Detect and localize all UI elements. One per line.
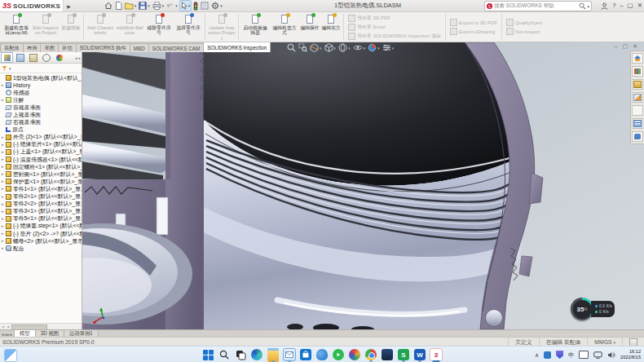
start-button[interactable] bbox=[200, 348, 216, 361]
tree-item[interactable]: ▸零件2<1> (默认<<默认>_显示状态 bbox=[0, 193, 82, 201]
tree-item[interactable]: ▸History bbox=[0, 82, 82, 89]
tree-item[interactable]: ▸密封圈<1> (默认<<默认>_显示状 bbox=[0, 170, 82, 178]
scroll-right-icon[interactable]: ▸ bbox=[6, 324, 11, 329]
open-icon[interactable]: ▾ bbox=[124, 1, 138, 11]
export-edrawing[interactable]: Export eDrawing bbox=[450, 28, 497, 35]
word-icon[interactable]: W bbox=[412, 348, 428, 361]
hide-show-items-icon[interactable]: ▾ bbox=[353, 43, 366, 52]
ribbon-button-new-template[interactable]: 新建模板 bbox=[60, 12, 82, 42]
tree-item[interactable]: ▸零件1<1> (默认<<默认>_显示状态 bbox=[0, 185, 82, 192]
zoom-area-icon[interactable] bbox=[298, 43, 307, 52]
file-explorer-pane-icon[interactable] bbox=[632, 79, 643, 90]
phone-app-icon[interactable] bbox=[379, 348, 395, 361]
photos-icon[interactable] bbox=[346, 348, 363, 361]
tab-evaluate[interactable]: 评估 bbox=[58, 43, 77, 52]
display-icon[interactable] bbox=[593, 351, 602, 359]
search-box[interactable]: S 搜索 SOLIDWORKS 帮助 ▾ bbox=[484, 1, 592, 11]
tree-item[interactable]: 前视基准面 bbox=[0, 104, 82, 111]
tab-mbd[interactable]: MBD bbox=[130, 43, 149, 52]
tray-expand-icon[interactable]: ∧ bbox=[535, 352, 539, 358]
doc-minimize-button[interactable]: – bbox=[615, 43, 618, 50]
tree-item[interactable]: ▸(-) 绝缘垫片<1> (默认<<默认>_显 bbox=[0, 141, 82, 148]
green-s-app-icon[interactable]: S bbox=[395, 348, 412, 361]
ribbon-button-update-inspection-project[interactable]: Update Inspection Project bbox=[207, 12, 236, 42]
doc-restore-button[interactable]: ▢ bbox=[623, 43, 629, 50]
tab-layout[interactable]: 布局 bbox=[23, 43, 42, 52]
tab-solidworks-inspection[interactable]: SOLIDWORKS Inspection bbox=[203, 42, 271, 52]
configuration-manager-tab[interactable] bbox=[27, 52, 39, 63]
ribbon-button-add-edit-balloons[interactable]: Add/Edit Balloons bbox=[115, 12, 144, 42]
tray-app-icon[interactable] bbox=[544, 351, 551, 359]
home-icon[interactable] bbox=[104, 1, 113, 11]
mail-icon[interactable] bbox=[281, 348, 298, 361]
tree-item[interactable]: ▸(-) 上盖<1> (默认<<默认>_显示状 bbox=[0, 148, 82, 156]
dimxpert-manager-tab[interactable] bbox=[40, 52, 52, 63]
restore-button[interactable]: ▢ bbox=[628, 2, 633, 9]
tree-item[interactable]: 传感器 bbox=[0, 89, 82, 96]
widgets-icon[interactable] bbox=[4, 349, 17, 362]
file-properties-icon[interactable] bbox=[200, 1, 210, 11]
export-3d-pdf[interactable]: Export to 3D PDF bbox=[450, 19, 497, 26]
new-document-icon[interactable] bbox=[114, 1, 123, 11]
tree-item[interactable]: ▸(-) 温度传感器<1> (默认<<默认>_ bbox=[0, 156, 82, 163]
ribbon-button-add-characteristic[interactable]: Add Characteristic bbox=[86, 12, 115, 42]
tree-item[interactable]: ▸保护套<1> (默认<<默认>_显示状 bbox=[0, 178, 82, 185]
tree-item[interactable]: ▸零件5<1> (默认<<默认>_显示状态 bbox=[0, 215, 82, 223]
onedrive-icon[interactable] bbox=[314, 348, 330, 361]
menu-flyout-icon[interactable]: ▶ bbox=[67, 3, 71, 9]
print-icon[interactable]: ▾ bbox=[152, 1, 165, 11]
performance-widget[interactable]: 35% 0.3K/s 0K/s bbox=[571, 297, 621, 321]
keyboard-layout-icon[interactable] bbox=[579, 351, 589, 359]
tree-item[interactable]: ▸零件3<1> (默认<<默认>_显示状态 bbox=[0, 208, 82, 215]
design-library-icon[interactable] bbox=[632, 66, 643, 77]
net-inspect-button[interactable]: Net-Inspect bbox=[506, 28, 542, 35]
view-settings-icon[interactable]: ▾ bbox=[382, 43, 395, 52]
green-play-app-icon[interactable] bbox=[330, 348, 346, 361]
task-view-icon[interactable] bbox=[232, 348, 249, 361]
ribbon-button-edit-operations[interactable]: 编辑操作 bbox=[299, 12, 320, 42]
tree-item[interactable]: 右视基准面 bbox=[0, 119, 82, 126]
display-manager-tab[interactable] bbox=[53, 52, 65, 63]
ribbon-button-edit-inspection-project[interactable]: Edit Inspection Project bbox=[31, 12, 60, 42]
display-style-icon[interactable]: ▾ bbox=[338, 43, 351, 52]
security-shield-icon[interactable] bbox=[556, 351, 563, 359]
feature-tree-tab[interactable] bbox=[1, 52, 13, 63]
minimize-button[interactable]: – bbox=[620, 2, 623, 9]
tree-item-root[interactable]: 1型铠装热电偶 (默认<默认_显示状态-1 bbox=[0, 74, 82, 82]
login-user-icon[interactable] bbox=[601, 2, 608, 10]
help-button[interactable]: ? bbox=[612, 2, 615, 9]
tree-item[interactable]: ▸固定螺栓<1> (默认<<默认>_显示 bbox=[0, 163, 82, 170]
select-arrow-icon[interactable]: ▾ bbox=[179, 0, 192, 11]
ribbon-button-select-balloons[interactable]: 选择零件序号 bbox=[174, 12, 203, 42]
solidworks-resources-icon[interactable] bbox=[632, 53, 643, 64]
tree-item[interactable]: 上视基准面 bbox=[0, 111, 82, 118]
appearances-scenes-icon[interactable] bbox=[632, 105, 643, 116]
tab-solidworks-cam[interactable]: SOLIDWORKS CAM bbox=[148, 43, 204, 52]
undo-icon[interactable]: ▾ bbox=[165, 1, 179, 11]
tree-item[interactable]: ▸(-) 绝缘套.step<1> (默认<<默认> bbox=[0, 223, 82, 230]
tree-item[interactable]: ▸注解 bbox=[0, 96, 82, 104]
taskbar-clock[interactable]: 16:12 2022/8/15 bbox=[620, 349, 641, 360]
custom-properties-icon[interactable] bbox=[632, 118, 643, 129]
tree-item[interactable]: ▸零件2<2> (默认<<默认>_显示状态 bbox=[0, 201, 82, 208]
view-orientation-icon[interactable]: ▾ bbox=[324, 43, 337, 52]
options-gear-icon[interactable]: ▾ bbox=[210, 1, 223, 11]
section-view-icon[interactable]: ▾ bbox=[310, 43, 322, 52]
graphics-viewport[interactable]: ▾ ▾ ▾ ▾ ▾ ▾ – ▢ ✕ bbox=[82, 42, 644, 329]
qualityxpert-button[interactable]: QualityXpert bbox=[506, 19, 542, 26]
close-button[interactable]: ✕ bbox=[637, 2, 642, 9]
panel-horizontal-scrollbar[interactable]: ◂ ▸ bbox=[0, 323, 82, 329]
tree-item[interactable]: ▸外壳 (2)<1> (默认<<默认>_显示状 bbox=[0, 134, 82, 141]
export-2d-pdf[interactable]: 导出至 2D PDF bbox=[348, 15, 441, 22]
edge-icon[interactable] bbox=[249, 348, 265, 361]
export-sw-inspection-project[interactable]: 导出至 SOLIDWORKS Inspection 项目 bbox=[348, 33, 441, 40]
ribbon-button-edit-inspection-methods[interactable]: 编辑检查方式 bbox=[270, 12, 299, 42]
solidworks-forum-icon[interactable] bbox=[632, 131, 643, 142]
volume-icon[interactable] bbox=[607, 351, 615, 359]
ime-indicator[interactable]: 中 bbox=[568, 352, 574, 358]
view-palette-icon[interactable] bbox=[632, 92, 643, 103]
rebuild-icon[interactable] bbox=[192, 1, 199, 11]
edit-appearance-icon[interactable]: ▾ bbox=[368, 43, 380, 52]
ribbon-button-edit-gauges[interactable]: 编辑实方 bbox=[320, 12, 342, 42]
store-icon[interactable] bbox=[298, 348, 314, 361]
